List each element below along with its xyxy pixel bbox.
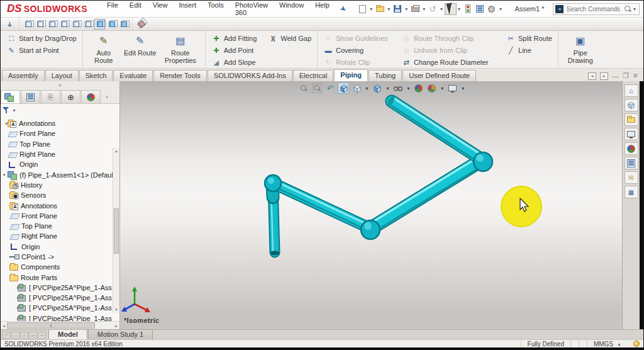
tab-evaluate[interactable]: Evaluate [113, 70, 153, 81]
tab-tubing[interactable]: Tubing [369, 70, 402, 81]
scroll-up-icon[interactable]: ▲ [113, 149, 119, 153]
forum-icon[interactable]: ✉ [625, 171, 638, 184]
tree-item[interactable]: ▸Components [1, 262, 119, 272]
menu-photoview[interactable]: PhotoView 360 [230, 0, 274, 19]
tab-motion-study[interactable]: Motion Study 1 [88, 329, 153, 339]
chevron-down-icon[interactable]: ▼ [387, 7, 391, 11]
tab-configurations[interactable]: ⎘ [41, 90, 60, 103]
add-point-button[interactable]: ✚Add Point [210, 45, 258, 56]
tree-vertical-scrollbar[interactable]: ▲ ▼ [113, 148, 119, 313]
route-properties-button[interactable]: ▤Route Properties [160, 33, 201, 64]
tree-item[interactable]: ▸CPoint1 -> [1, 252, 119, 262]
scroll-right-icon[interactable]: ▸ [113, 322, 119, 329]
eraser-button[interactable] [136, 19, 147, 30]
scrollbar-thumb[interactable] [114, 208, 119, 254]
scroll-down-icon[interactable]: ▼ [113, 308, 119, 312]
menu-edit[interactable]: Edit [124, 0, 147, 19]
options-gear-button[interactable] [486, 3, 497, 15]
view-cube-button[interactable] [106, 19, 117, 30]
pin-icon[interactable]: ➤ [338, 3, 348, 14]
menu-window[interactable]: Window [274, 0, 309, 19]
chevron-down-icon[interactable]: ▼ [422, 7, 426, 11]
scroll-left-icon[interactable]: ◂ [1, 322, 7, 329]
new-document-button[interactable] [357, 3, 369, 15]
tree-item-assembly[interactable]: ▾(f) Pipe_1-Assem1<1> (Default) [1, 169, 119, 179]
tree-item[interactable]: Top Plane [1, 221, 119, 231]
chevron-down-icon[interactable]: ▼ [498, 7, 502, 11]
drawing-compare-icon[interactable]: ▦ [625, 186, 638, 198]
tab-piping[interactable]: Piping [334, 69, 368, 81]
doc-close-button[interactable]: ✕ [633, 72, 638, 80]
tab-solidworks-addins[interactable]: SOLIDWORKS Add-Ins [208, 70, 292, 81]
tree-item[interactable]: Front Plane [1, 211, 119, 221]
tree-item-pipe-part[interactable]: ▸[ PVCPipe25A^Pipe_1-Ass [1, 293, 119, 303]
weld-gap-button[interactable]: )(Weld Gap [267, 33, 313, 44]
rebuild-traffic-light-icon[interactable] [462, 3, 474, 15]
print-button[interactable] [409, 3, 421, 15]
doc-minimize-button[interactable]: — [612, 72, 619, 80]
view-palette-icon[interactable] [625, 128, 638, 140]
tab-display-manager[interactable] [81, 90, 101, 103]
add-fitting-button[interactable]: ✚Add Fitting [210, 33, 258, 44]
tab-feature-tree[interactable] [1, 90, 20, 103]
tree-item[interactable]: ▸AAnnotations [1, 200, 119, 210]
home-icon[interactable]: ⌂ [625, 84, 638, 97]
covering-button[interactable]: ▬Covering [322, 45, 396, 56]
start-at-point-button[interactable]: ✎Start at Point [5, 45, 78, 56]
tree-item[interactable]: ▸AAnnotations [1, 118, 119, 128]
chevron-down-icon[interactable]: ▼ [457, 7, 462, 11]
chevron-down-icon[interactable]: ▼ [404, 7, 409, 11]
view-cube-button[interactable] [58, 19, 69, 30]
change-route-diameter-button[interactable]: ⇄Change Route Diameter [400, 57, 501, 68]
doc-restore-button[interactable]: ❐ [623, 72, 629, 80]
pipe-drawing-button[interactable]: ▣Pipe Drawing [563, 33, 598, 64]
open-button[interactable] [374, 3, 386, 15]
menu-file[interactable]: File [101, 0, 124, 19]
chevron-down-icon[interactable]: ▼ [369, 7, 374, 11]
chevron-down-icon[interactable]: ▼ [632, 7, 636, 11]
tree-item[interactable]: Right Plane [1, 149, 119, 159]
view-cube-button[interactable] [118, 19, 129, 30]
view-cube-button[interactable] [82, 19, 93, 30]
view-cube-button[interactable] [35, 19, 45, 30]
previous-document-icon[interactable]: ◂ [588, 72, 596, 80]
tree-item-pipe-part[interactable]: ▸[ PVCPipe25A^Pipe_1-Ass [1, 313, 119, 321]
units-selector[interactable]: MMGS▲ [587, 340, 628, 347]
search-icon[interactable] [624, 5, 631, 13]
tab-model[interactable]: Model [48, 329, 87, 339]
design-library-icon[interactable] [625, 99, 638, 111]
search-commands-box[interactable]: » ▼ [553, 3, 640, 15]
tree-item[interactable]: ▸◷History [1, 180, 119, 190]
3dexperience-coin-icon[interactable] [633, 341, 640, 347]
tree-item[interactable]: ▾Route Parts [1, 272, 119, 282]
filter-funnel-icon[interactable] [3, 106, 10, 114]
tab-render-tools[interactable]: Render Tools [153, 70, 207, 81]
custom-properties-icon[interactable] [625, 157, 638, 169]
tree-item[interactable]: Origin [1, 242, 119, 252]
search-scope-icon[interactable]: » [555, 5, 564, 13]
save-button[interactable] [392, 3, 404, 15]
panel-splitter-handle[interactable] [1, 81, 119, 89]
edit-route-button[interactable]: ✎Edit Route [124, 33, 157, 57]
split-route-button[interactable]: ✂Split Route [504, 33, 553, 44]
start-by-dragdrop-button[interactable]: ⛶Start by Drag/Drop [5, 33, 78, 44]
tree-item[interactable]: Top Plane [1, 139, 119, 149]
tree-item-pipe-part[interactable]: ▸[ PVCPipe25A^Pipe_1-Ass [1, 283, 119, 293]
auto-route-button[interactable]: ✎Auto Route [87, 33, 120, 64]
pipe-route-model[interactable] [120, 81, 622, 329]
tab-electrical[interactable]: Electrical [293, 70, 334, 81]
tab-sketch[interactable]: Sketch [79, 70, 113, 81]
menu-help[interactable]: Help [309, 0, 335, 19]
panel-tabs-overflow[interactable]: › [101, 90, 113, 103]
tab-dimxpert[interactable]: ⊕ [61, 90, 80, 103]
tree-horizontal-scrollbar[interactable]: ◂ ⦀ ▸ [1, 321, 119, 329]
graphics-viewport[interactable]: ↶ ▼ ▼ ▼ ▼ ▼ [120, 81, 622, 329]
view-cube-button[interactable] [23, 19, 33, 30]
view-cube-button-selected[interactable] [94, 19, 105, 30]
next-document-icon[interactable]: ▸ [600, 72, 608, 80]
chevron-down-icon[interactable]: ▼ [12, 108, 16, 113]
tab-property-manager[interactable] [21, 90, 40, 103]
tree-item[interactable]: Origin [1, 159, 119, 169]
search-input[interactable] [566, 6, 624, 13]
select-tool-button[interactable] [445, 3, 457, 15]
